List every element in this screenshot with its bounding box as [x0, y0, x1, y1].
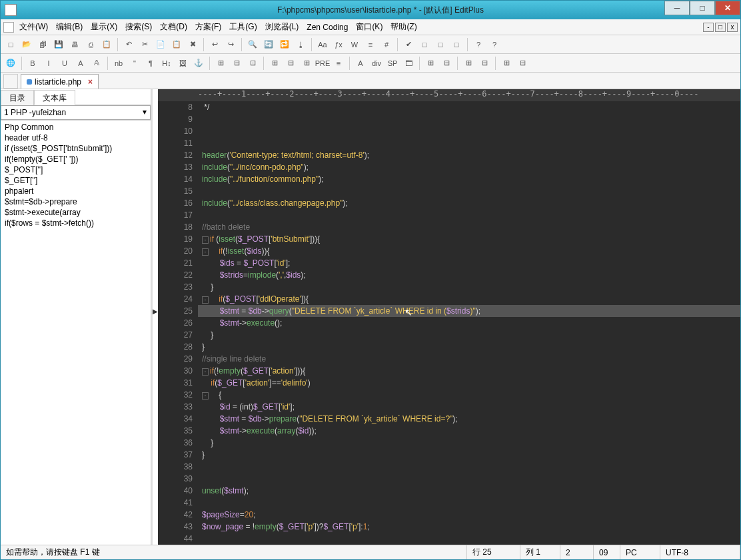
code-line[interactable]	[198, 533, 740, 545]
toolbar-button[interactable]: PRE	[315, 56, 330, 71]
code-line[interactable]: $strids=implode(',',$ids);	[198, 269, 740, 281]
toolbar-button[interactable]: nb	[111, 56, 126, 71]
toolbar-button[interactable]: ⊡	[245, 56, 260, 71]
toolbar-button[interactable]: □	[433, 37, 448, 52]
menu-view[interactable]: 显示(X)	[91, 21, 117, 33]
snippet-item[interactable]: $_GET['']	[3, 175, 148, 186]
toolbar-button[interactable]: ⊟	[477, 56, 492, 71]
toolbar-button[interactable]: 🔍	[245, 37, 260, 52]
code-line[interactable]	[198, 209, 740, 221]
toolbar-button[interactable]: ↩	[207, 37, 222, 52]
toolbar-button[interactable]: ↪	[223, 37, 238, 52]
toolbar-button[interactable]: 📂	[19, 37, 34, 52]
toolbar-button[interactable]: □	[449, 37, 464, 52]
code-line[interactable]: }	[198, 329, 740, 341]
code-line[interactable]: - if(!isset($ids)){	[198, 245, 740, 257]
menu-file[interactable]: 文件(W)	[19, 21, 48, 33]
code-line[interactable]: -if(!empty($_GET['action'])){	[198, 365, 740, 377]
toolbar-button[interactable]: ⭳	[293, 37, 308, 52]
toolbar-button[interactable]: 📋	[169, 37, 184, 52]
code-line[interactable]: -if (isset($_POST['btnSubmit'])){	[198, 233, 740, 245]
toolbar-button[interactable]: ✂	[137, 37, 152, 52]
toolbar-button[interactable]: ⊟	[439, 56, 454, 71]
toolbar-button[interactable]: ƒx	[331, 37, 346, 52]
toolbar-button[interactable]: ⊞	[299, 56, 314, 71]
code-area[interactable]: */ header('Content-type: text/html; char…	[198, 101, 740, 545]
code-line[interactable]	[198, 137, 740, 149]
sidebar-toggle-button[interactable]	[3, 74, 18, 89]
toolbar-button[interactable]: ⊞	[213, 56, 228, 71]
code-line[interactable]: $pageSize=20;	[198, 509, 740, 521]
code-line[interactable]: $ids = $_POST['id'];	[198, 257, 740, 269]
code-line[interactable]: header('Content-type: text/html; charset…	[198, 149, 740, 161]
toolbar-button[interactable]: U	[57, 56, 72, 71]
toolbar-button[interactable]: A	[353, 56, 368, 71]
toolbar-button[interactable]: ?	[487, 37, 502, 52]
maximize-button[interactable]: □	[690, 1, 715, 15]
code-line[interactable]: */	[198, 101, 740, 113]
snippet-item[interactable]: $stmt=$db->prepare	[3, 196, 148, 207]
toolbar-button[interactable]: "	[127, 56, 142, 71]
code-line[interactable]: }	[198, 281, 740, 293]
code-line[interactable]: include("../function/common.php");	[198, 173, 740, 185]
toolbar-button[interactable]: ⊟	[229, 56, 244, 71]
menu-search[interactable]: 搜索(S)	[125, 21, 152, 33]
toolbar-button[interactable]: ⊞	[267, 56, 282, 71]
code-line[interactable]: $stmt->execute();	[198, 317, 740, 329]
toolbar-button[interactable]: 🖼	[175, 56, 190, 71]
minimize-button[interactable]: ─	[664, 1, 690, 15]
snippet-item[interactable]: if($rows = $stmt->fetch())	[3, 218, 148, 228]
sidebar-tab-directory[interactable]: 目录	[1, 90, 34, 105]
toolbar-button[interactable]: ⚓	[191, 56, 206, 71]
menu-browser[interactable]: 浏览器(L)	[265, 21, 299, 33]
snippet-item[interactable]: $stmt->execute(array	[3, 207, 148, 218]
toolbar-button[interactable]: ⊞	[461, 56, 476, 71]
toolbar-button[interactable]: #	[379, 37, 394, 52]
code-line[interactable]: $stmt = $db->prepare("DELETE FROM `yk_ar…	[198, 413, 740, 425]
toolbar-button[interactable]: ⊟	[515, 56, 530, 71]
toolbar-button[interactable]: 🌐	[3, 56, 18, 71]
toolbar-button[interactable]: 📄	[153, 37, 168, 52]
code-line[interactable]: $stmt = $db->query("DELETE FROM `yk_arti…	[198, 305, 740, 317]
menu-window[interactable]: 窗口(K)	[356, 21, 382, 33]
toolbar-button[interactable]: 🔁	[277, 37, 292, 52]
toolbar-button[interactable]: ✔	[401, 37, 416, 52]
toolbar-button[interactable]: ✖	[185, 37, 200, 52]
menu-tools[interactable]: 工具(G)	[229, 21, 257, 33]
toolbar-button[interactable]: 💾	[51, 37, 66, 52]
snippet-item[interactable]: header utf-8	[3, 133, 148, 143]
toolbar-button[interactable]: 📋	[99, 37, 114, 52]
code-line[interactable]: }	[198, 437, 740, 449]
code-line[interactable]: - {	[198, 389, 740, 401]
toolbar-button[interactable]: W	[347, 37, 362, 52]
toolbar-button[interactable]: 🖶	[67, 37, 82, 52]
toolbar-button[interactable]: 𝔸	[89, 56, 104, 71]
snippet-item[interactable]: if(!empty($_GET[' ']))	[3, 154, 148, 164]
menu-document[interactable]: 文档(D)	[160, 21, 187, 33]
tab-listarticle[interactable]: listarticle.php ×	[21, 74, 99, 89]
code-line[interactable]: unset($stmt);	[198, 485, 740, 497]
snippet-item[interactable]: if (isset($_POST['btnSubmit']))	[3, 143, 148, 154]
toolbar-button[interactable]: 🗔	[401, 56, 416, 71]
code-line[interactable]	[198, 461, 740, 473]
code-line[interactable]: if($_GET['action']=='delinfo')	[198, 377, 740, 389]
code-line[interactable]	[198, 113, 740, 125]
close-button[interactable]: ✕	[715, 1, 740, 15]
toolbar-button[interactable]: 🗐	[35, 37, 50, 52]
toolbar-button[interactable]: □	[3, 37, 18, 52]
toolbar-button[interactable]: I	[41, 56, 56, 71]
menu-help[interactable]: 帮助(Z)	[390, 21, 416, 33]
code-line[interactable]	[198, 125, 740, 137]
toolbar-button[interactable]: H↕	[159, 56, 174, 71]
code-line[interactable]	[198, 473, 740, 485]
menu-edit[interactable]: 编辑(B)	[56, 21, 83, 33]
snippet-item[interactable]: phpalert	[3, 186, 148, 196]
toolbar-button[interactable]: A	[73, 56, 88, 71]
code-line[interactable]	[198, 185, 740, 197]
mdi-restore-button[interactable]: □	[715, 23, 726, 32]
code-line[interactable]: $stmt->execute(array($id));	[198, 425, 740, 437]
snippet-category-select[interactable]	[1, 105, 151, 120]
code-line[interactable]: //batch delete	[198, 221, 740, 233]
toolbar-button[interactable]: 🔄	[261, 37, 276, 52]
toolbar-button[interactable]: SP	[385, 56, 400, 71]
